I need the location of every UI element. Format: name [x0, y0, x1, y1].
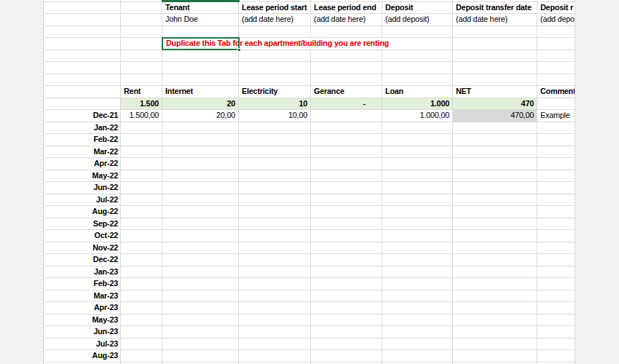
comment-value-cell[interactable] — [537, 170, 575, 183]
lease-start-cell[interactable]: (add date here) — [239, 14, 311, 26]
rent-value-cell[interactable]: 1.500,00 — [121, 110, 162, 122]
loan-value-cell[interactable] — [382, 218, 453, 231]
lease-end-cell[interactable]: (add date here) — [311, 14, 382, 26]
loan-value-cell[interactable] — [382, 122, 453, 135]
loan-value-cell[interactable] — [382, 206, 453, 218]
comment-value-cell[interactable] — [537, 194, 575, 207]
internet-value-cell[interactable] — [162, 218, 239, 231]
comment-value-cell[interactable] — [537, 206, 575, 218]
month-cell[interactable]: Jun-23 — [44, 326, 121, 339]
month-cell[interactable]: Jun-22 — [44, 182, 121, 194]
loan-value-cell[interactable] — [382, 254, 453, 266]
summary-rent[interactable]: 1.500 — [121, 98, 162, 111]
electricity-value-cell[interactable] — [239, 182, 311, 194]
internet-value-cell[interactable] — [162, 302, 239, 314]
electricity-value-cell[interactable] — [239, 254, 311, 266]
net-value-cell[interactable] — [453, 134, 537, 146]
electricity-value-cell[interactable] — [239, 122, 311, 135]
rent-value-cell[interactable] — [121, 266, 162, 279]
internet-value-cell[interactable] — [162, 182, 239, 194]
loan-value-cell[interactable] — [382, 242, 453, 255]
deposit-transfer-date-cell[interactable]: (add date here) — [453, 14, 537, 26]
comment-value-cell[interactable] — [537, 254, 575, 266]
month-cell[interactable]: Dec-22 — [44, 254, 121, 266]
rent-value-cell[interactable] — [121, 146, 162, 159]
internet-value-cell[interactable] — [162, 230, 239, 242]
month-cell[interactable]: May-23 — [44, 314, 121, 327]
net-value-cell[interactable] — [453, 122, 537, 135]
electricity-value-cell[interactable]: 10,00 — [239, 110, 311, 122]
month-cell[interactable]: Jan-22 — [44, 122, 121, 135]
month-cell[interactable]: Feb-23 — [44, 278, 121, 290]
rent-value-cell[interactable] — [121, 302, 162, 314]
internet-value-cell[interactable] — [162, 206, 239, 218]
rent-value-cell[interactable] — [121, 254, 162, 266]
loan-value-cell[interactable] — [382, 314, 453, 327]
cell-empty[interactable] — [121, 2, 162, 15]
internet-value-cell[interactable] — [162, 122, 239, 135]
comment-value-cell[interactable] — [537, 242, 575, 255]
header-comment[interactable]: Comment — [537, 86, 575, 98]
cell-empty[interactable] — [44, 14, 121, 26]
net-value-cell[interactable] — [453, 170, 537, 183]
header-electricity[interactable]: Electricity — [239, 86, 311, 98]
gerance-value-cell[interactable] — [311, 146, 382, 159]
rent-value-cell[interactable] — [121, 170, 162, 183]
month-cell[interactable]: Mar-22 — [44, 146, 121, 159]
gerance-value-cell[interactable] — [311, 182, 382, 194]
comment-value-cell[interactable] — [537, 146, 575, 159]
comment-value-cell[interactable] — [537, 158, 575, 170]
rent-value-cell[interactable] — [121, 218, 162, 231]
comment-value-cell[interactable] — [537, 290, 575, 303]
month-cell[interactable]: Sep-22 — [44, 218, 121, 231]
net-value-cell[interactable]: 470,00 — [453, 110, 537, 122]
loan-value-cell[interactable] — [382, 146, 453, 159]
internet-value-cell[interactable] — [162, 242, 239, 255]
net-value-cell[interactable] — [453, 218, 537, 231]
month-cell[interactable]: Dec-21 — [44, 110, 121, 122]
month-cell[interactable]: Apr-22 — [44, 158, 121, 170]
net-value-cell[interactable] — [453, 302, 537, 314]
comment-value-cell[interactable] — [537, 278, 575, 290]
rent-value-cell[interactable] — [121, 122, 162, 135]
gerance-value-cell[interactable] — [311, 206, 382, 218]
electricity-value-cell[interactable] — [239, 302, 311, 314]
rent-value-cell[interactable] — [121, 158, 162, 170]
summary-gerance[interactable]: - — [311, 98, 382, 111]
electricity-value-cell[interactable] — [239, 134, 311, 146]
rent-value-cell[interactable] — [121, 314, 162, 327]
gerance-value-cell[interactable] — [311, 278, 382, 290]
internet-value-cell[interactable] — [162, 278, 239, 290]
month-cell[interactable]: Jul-22 — [44, 194, 121, 207]
electricity-value-cell[interactable] — [239, 158, 311, 170]
internet-value-cell[interactable] — [162, 290, 239, 303]
net-value-cell[interactable] — [453, 339, 537, 351]
rent-value-cell[interactable] — [121, 206, 162, 218]
month-cell[interactable]: Jan-23 — [44, 266, 121, 279]
comment-value-cell[interactable] — [537, 266, 575, 279]
rent-value-cell[interactable] — [121, 339, 162, 351]
deposit-return-cell[interactable]: (add depo — [537, 14, 575, 26]
net-value-cell[interactable] — [453, 146, 537, 159]
electricity-value-cell[interactable] — [239, 206, 311, 218]
cell-empty[interactable] — [44, 98, 121, 111]
month-cell[interactable]: May-22 — [44, 170, 121, 183]
month-cell[interactable]: Jul-23 — [44, 339, 121, 351]
tenant-name-cell[interactable]: John Doe — [162, 14, 239, 26]
rent-value-cell[interactable] — [121, 194, 162, 207]
gerance-value-cell[interactable] — [311, 339, 382, 351]
comment-value-cell[interactable] — [537, 350, 575, 363]
loan-value-cell[interactable] — [382, 326, 453, 339]
comment-value-cell[interactable] — [537, 230, 575, 242]
header-rent[interactable]: Rent — [121, 86, 162, 98]
rent-value-cell[interactable] — [121, 350, 162, 363]
electricity-value-cell[interactable] — [239, 290, 311, 303]
electricity-value-cell[interactable] — [239, 339, 311, 351]
header-internet[interactable]: Internet — [162, 86, 239, 98]
comment-value-cell[interactable] — [537, 326, 575, 339]
electricity-value-cell[interactable] — [239, 350, 311, 363]
month-cell[interactable]: Oct-22 — [44, 230, 121, 242]
net-value-cell[interactable] — [453, 206, 537, 218]
net-value-cell[interactable] — [453, 254, 537, 266]
loan-value-cell[interactable] — [382, 158, 453, 170]
